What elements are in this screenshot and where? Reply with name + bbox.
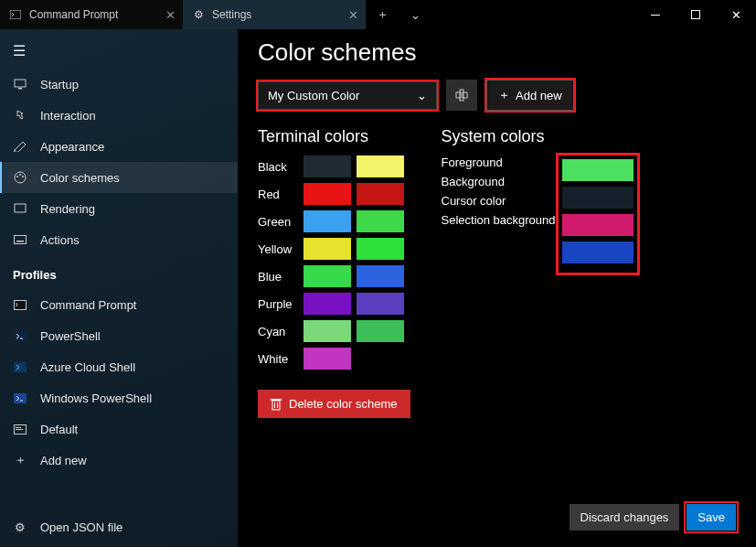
- new-tab-button[interactable]: ＋: [371, 6, 393, 23]
- sidebar-item-color-schemes[interactable]: Color schemes: [0, 162, 238, 193]
- color-label: Black: [258, 160, 303, 174]
- save-button[interactable]: Save: [687, 504, 736, 531]
- system-color-swatch[interactable]: [562, 241, 634, 263]
- sidebar-profile-default[interactable]: Default: [0, 413, 238, 445]
- tab-dropdown-button[interactable]: ⌄: [404, 8, 426, 22]
- color-label: Purple: [258, 297, 303, 311]
- color-label: Blue: [258, 270, 303, 284]
- svg-rect-18: [16, 429, 23, 430]
- color-swatch-bright[interactable]: [357, 348, 404, 370]
- sidebar-item-label: Actions: [40, 233, 80, 247]
- close-icon[interactable]: ✕: [348, 8, 358, 22]
- tab-actions: ＋ ⌄: [366, 0, 431, 29]
- color-swatch-normal[interactable]: [303, 293, 351, 315]
- sidebar-item-rendering[interactable]: Rendering: [0, 193, 238, 224]
- scheme-select[interactable]: My Custom Color ⌄: [258, 81, 437, 110]
- tab-label: Settings: [212, 8, 251, 21]
- titlebar: Command Prompt ✕ ⚙ Settings ✕ ＋ ⌄ ✕: [0, 0, 756, 29]
- rename-scheme-button[interactable]: [446, 80, 477, 111]
- powershell-icon: [13, 328, 27, 343]
- svg-rect-23: [271, 399, 282, 401]
- color-label: White: [258, 352, 303, 366]
- gear-icon: ⚙: [192, 8, 205, 21]
- system-colors-section: System colors ForegroundBackgroundCursor…: [442, 127, 637, 418]
- sidebar-item-label: Add new: [40, 454, 87, 467]
- color-swatch-bright[interactable]: [357, 265, 404, 287]
- color-swatch-bright[interactable]: [357, 210, 404, 232]
- trash-icon: [271, 398, 282, 411]
- sidebar-item-startup[interactable]: Startup: [0, 69, 238, 100]
- plus-icon: ＋: [13, 453, 27, 467]
- palette-icon: [13, 170, 27, 185]
- sidebar-open-json[interactable]: ⚙ Open JSON file: [0, 511, 238, 547]
- color-label: Yellow: [258, 242, 303, 256]
- svg-rect-3: [15, 80, 26, 87]
- system-color-label: Foreground: [442, 156, 559, 169]
- sidebar-add-new[interactable]: ＋ Add new: [0, 445, 238, 476]
- sidebar-item-label: Appearance: [40, 140, 104, 154]
- sidebar-item-label: Command Prompt: [40, 298, 136, 312]
- keyboard-icon: [13, 232, 27, 247]
- terminal-color-row: Green: [258, 210, 410, 232]
- sidebar-item-appearance[interactable]: Appearance: [0, 131, 238, 162]
- color-swatch-normal[interactable]: [303, 265, 351, 287]
- delete-scheme-button[interactable]: Delete color scheme: [258, 390, 410, 418]
- hamburger-button[interactable]: ☰: [0, 37, 238, 69]
- terminal-color-row: Black: [258, 156, 410, 177]
- svg-rect-24: [274, 402, 275, 408]
- color-swatch-bright[interactable]: [357, 156, 404, 177]
- system-color-label: Background: [442, 175, 559, 188]
- minimize-button[interactable]: [635, 0, 676, 29]
- sidebar-item-label: Startup: [40, 78, 79, 91]
- system-colors-title: System colors: [442, 127, 637, 146]
- terminal-colors-section: Terminal colors BlackRedGreenYellowBlueP…: [258, 127, 410, 418]
- window-controls: ✕: [635, 0, 756, 29]
- terminal-colors-title: Terminal colors: [258, 127, 410, 146]
- add-scheme-button[interactable]: ＋ Add new: [486, 80, 574, 111]
- svg-rect-0: [10, 10, 21, 19]
- sidebar-item-label: Azure Cloud Shell: [40, 360, 135, 374]
- profiles-header: Profiles: [0, 255, 238, 289]
- color-swatch-normal[interactable]: [303, 238, 351, 260]
- terminal-color-row: Blue: [258, 265, 410, 287]
- svg-rect-15: [14, 393, 27, 403]
- svg-point-8: [22, 176, 24, 177]
- sidebar-profile-windows-powershell[interactable]: Windows PowerShell: [0, 382, 238, 413]
- terminal-color-row: Purple: [258, 293, 410, 315]
- sidebar-item-actions[interactable]: Actions: [0, 224, 238, 255]
- sidebar-profile-azure[interactable]: Azure Cloud Shell: [0, 351, 238, 382]
- delete-label: Delete color scheme: [289, 397, 398, 411]
- default-icon: [13, 422, 27, 436]
- rendering-icon: [13, 201, 27, 216]
- color-swatch-bright[interactable]: [357, 320, 404, 342]
- svg-point-7: [19, 174, 21, 176]
- color-label: Red: [258, 188, 303, 201]
- cmd-icon: [13, 297, 27, 312]
- system-color-swatch[interactable]: [562, 159, 634, 181]
- maximize-button[interactable]: [676, 0, 716, 29]
- sidebar-item-label: Open JSON file: [40, 520, 122, 534]
- discard-button[interactable]: Discard changes: [570, 504, 680, 531]
- color-swatch-normal[interactable]: [303, 156, 351, 177]
- svg-rect-14: [14, 362, 27, 372]
- system-color-swatch[interactable]: [562, 214, 634, 236]
- color-swatch-normal[interactable]: [303, 183, 351, 205]
- sidebar-item-interaction[interactable]: Interaction: [0, 100, 238, 131]
- color-swatch-bright[interactable]: [357, 293, 404, 315]
- scheme-selected-value: My Custom Color: [268, 89, 359, 102]
- svg-rect-10: [15, 236, 27, 244]
- tab-settings[interactable]: ⚙ Settings ✕: [183, 0, 366, 29]
- tab-command-prompt[interactable]: Command Prompt ✕: [0, 0, 183, 29]
- svg-rect-9: [15, 204, 26, 212]
- sidebar-profile-command-prompt[interactable]: Command Prompt: [0, 289, 238, 320]
- sidebar-profile-powershell[interactable]: PowerShell: [0, 320, 238, 351]
- color-swatch-normal[interactable]: [303, 320, 351, 342]
- color-swatch-normal[interactable]: [303, 348, 351, 370]
- color-swatch-normal[interactable]: [303, 210, 351, 232]
- close-window-button[interactable]: ✕: [716, 0, 756, 29]
- color-swatch-bright[interactable]: [357, 238, 404, 260]
- system-colors-highlight: [559, 156, 637, 273]
- color-swatch-bright[interactable]: [357, 183, 404, 205]
- system-color-swatch[interactable]: [562, 187, 634, 209]
- close-icon[interactable]: ✕: [165, 8, 176, 22]
